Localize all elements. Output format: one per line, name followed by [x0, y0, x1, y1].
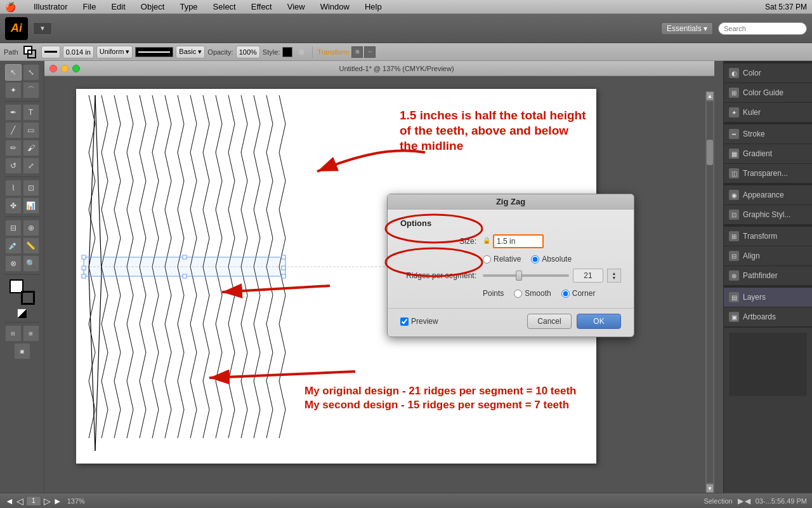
cancel-button[interactable]: Cancel [527, 314, 572, 329]
minimize-button[interactable] [61, 65, 69, 72]
eyedropper-tool[interactable]: 💉 [5, 237, 22, 254]
size-input[interactable] [493, 234, 544, 248]
ridges-slider-track[interactable] [483, 274, 569, 277]
graph-tool[interactable]: 📊 [23, 197, 39, 214]
absolute-radio[interactable]: Absolute [531, 255, 572, 264]
menu-item-window[interactable]: Window [318, 2, 352, 11]
direct-select-tool[interactable]: ⤡ [23, 64, 39, 81]
measure-tool[interactable]: 📏 [23, 237, 39, 254]
menu-item-help[interactable]: Help [362, 2, 384, 11]
panel-item-pathfinder[interactable]: ⊗ Pathfinder [724, 266, 812, 286]
ridges-slider-thumb[interactable] [516, 271, 522, 281]
ridges-stepper[interactable]: ▲ ▼ [607, 269, 621, 283]
lasso-tool[interactable]: ⌒ [23, 82, 39, 98]
pen-tool[interactable]: ✒ [5, 104, 22, 121]
panel-item-kuler[interactable]: ✦ Kuler [724, 103, 812, 123]
style-options-icon[interactable]: ⊕ [295, 46, 308, 58]
stop-button[interactable]: ◀ [745, 497, 750, 505]
transform-label[interactable]: Transform [317, 48, 349, 56]
layers-label: Layers [743, 293, 766, 302]
maximize-button[interactable] [72, 65, 80, 72]
artboard-tool[interactable]: ⊟ [5, 220, 22, 236]
panel-item-align[interactable]: ⊟ Align [724, 246, 812, 266]
line-style-dropdown[interactable]: Basic ▾ [176, 46, 205, 58]
rotate-tool[interactable]: ↺ [5, 157, 22, 174]
transform-btn-1[interactable]: ⊞ [351, 46, 363, 58]
stroke-swatch[interactable] [21, 291, 35, 305]
panel-item-artboards[interactable]: ▣ Artboards [724, 307, 812, 327]
slice-tool[interactable]: ⊕ [23, 220, 39, 236]
menu-item-view[interactable]: View [285, 2, 308, 11]
shape-tool[interactable]: ▭ [23, 122, 39, 138]
free-transform[interactable]: ⊡ [23, 180, 39, 196]
panel-item-layers[interactable]: ▤ Layers [724, 288, 812, 307]
search-input[interactable] [718, 22, 807, 35]
corner-radio-input[interactable] [561, 290, 570, 298]
play-button[interactable]: ▶ [738, 497, 743, 505]
status-bar: ◄ ◁ ▷ ► 137% Selection ▶ ◀ 03-...5:56.49… [0, 493, 812, 508]
page-number-input[interactable] [26, 496, 41, 506]
magic-wand-tool[interactable]: ✦ [5, 82, 22, 98]
smooth-radio[interactable]: Smooth [514, 289, 551, 298]
symbol-tool[interactable]: ✤ [5, 197, 22, 214]
paint-brush[interactable]: 🖌 [23, 140, 39, 156]
stroke-color-dropdown[interactable] [41, 46, 60, 58]
panel-item-transform[interactable]: ⊞ Transform [724, 227, 812, 246]
blend-tool[interactable]: ⊗ [5, 255, 22, 272]
style-label: Style: [263, 48, 280, 56]
stroke-width-dropdown[interactable]: 0.014 in [63, 46, 94, 58]
pencil-tool[interactable]: ✏ [5, 140, 22, 156]
draw-behind[interactable]: ⊞ [23, 325, 39, 342]
menu-item-object[interactable]: Object [138, 2, 167, 11]
prev-page-button-2[interactable]: ◁ [16, 496, 23, 506]
panel-item-gradient[interactable]: ▦ Gradient [724, 144, 812, 164]
scroll-up-arrow[interactable]: ▲ [706, 91, 714, 100]
panel-item-transparency[interactable]: ◫ Transparen... [724, 164, 812, 184]
corner-radio[interactable]: Corner [561, 289, 596, 298]
panel-item-graphic-style[interactable]: ⊡ Graphic Styl... [724, 205, 812, 225]
warp-tool[interactable]: ⌇ [5, 180, 22, 196]
color-swatches[interactable] [10, 279, 35, 305]
prev-page-button[interactable]: ◄ [5, 496, 14, 506]
essentials-button[interactable]: Essentials ▾ [661, 22, 713, 35]
relative-radio-input[interactable] [483, 255, 491, 264]
canvas-vertical-scrollbar[interactable]: ▲ ▼ [705, 91, 714, 493]
line-tool[interactable]: ╱ [5, 122, 22, 138]
screen-mode[interactable]: ▣ [14, 343, 30, 359]
smooth-radio-input[interactable] [514, 290, 522, 298]
normal-mode[interactable]: ⊟ [5, 325, 22, 342]
transform-btn-2[interactable]: ↔ [364, 46, 376, 58]
ridges-input[interactable] [573, 269, 603, 283]
preview-checkbox[interactable] [400, 318, 409, 326]
ai-logo: Ai [5, 17, 28, 40]
close-button[interactable] [49, 65, 57, 72]
menu-item-type[interactable]: Type [177, 2, 200, 11]
menu-item-select[interactable]: Select [211, 2, 239, 11]
menu-item-edit[interactable]: Edit [108, 2, 128, 11]
stroke-type-dropdown[interactable]: Uniform ▾ [96, 46, 133, 58]
scale-tool[interactable]: ⤢ [23, 157, 39, 174]
ridges-up-arrow[interactable]: ▲ [612, 271, 617, 276]
panel-item-color[interactable]: ◐ Color [724, 64, 812, 83]
menu-item-illustrator[interactable]: Illustrator [31, 2, 70, 11]
panel-item-stroke[interactable]: ━ Stroke [724, 124, 812, 144]
opacity-dropdown[interactable]: 100% [236, 46, 260, 58]
ok-button[interactable]: OK [577, 314, 621, 329]
tool-row-2: ✦ ⌒ [5, 82, 39, 98]
zoom-tool[interactable]: 🔍 [23, 255, 39, 272]
swap-icon[interactable] [17, 309, 27, 319]
text-tool[interactable]: T [23, 104, 39, 121]
absolute-radio-input[interactable] [531, 255, 539, 264]
next-page-button[interactable]: ▷ [44, 496, 51, 506]
next-page-button-2[interactable]: ► [53, 496, 62, 506]
menu-item-file[interactable]: File [80, 2, 98, 11]
ridges-down-arrow[interactable]: ▼ [612, 276, 617, 280]
select-tool[interactable]: ↖ [5, 64, 22, 81]
scroll-track[interactable] [707, 102, 713, 483]
scroll-down-arrow[interactable]: ▼ [706, 484, 714, 493]
menu-item-effect[interactable]: Effect [249, 2, 275, 11]
panel-item-color-guide[interactable]: ⊞ Color Guide [724, 83, 812, 103]
scroll-thumb[interactable] [707, 140, 713, 165]
relative-radio[interactable]: Relative [483, 255, 521, 264]
panel-item-appearance[interactable]: ◉ Appearance [724, 185, 812, 205]
